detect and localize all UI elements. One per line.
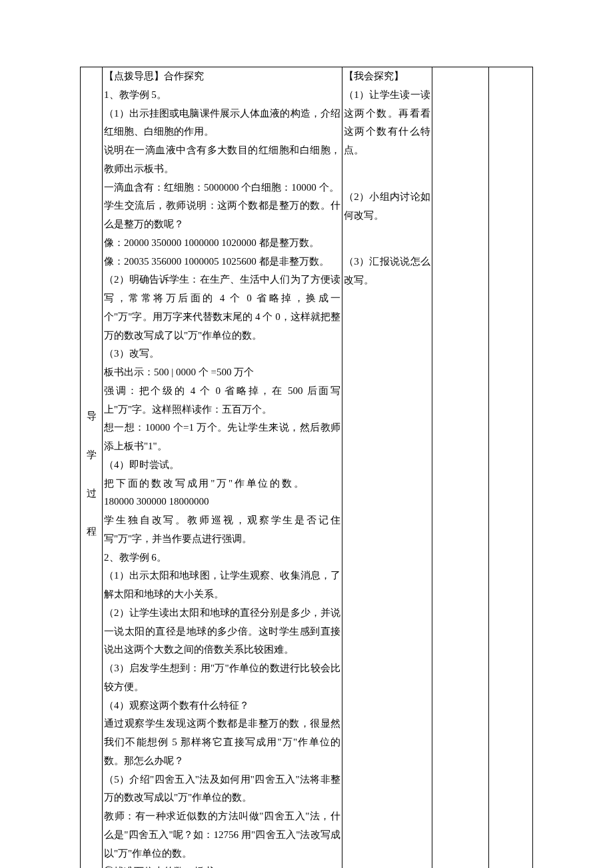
- page: 导 学 过 程 【点拨导思】合作探究 1、教学例 5。 （1）出示挂图或电脑课件…: [0, 0, 613, 868]
- para: （3）改写。: [104, 345, 340, 363]
- main-content: 【点拨导思】合作探究 1、教学例 5。 （1）出示挂图或电脑课件展示人体血液的构…: [103, 67, 342, 869]
- para: ①找准万位上的数。板书：12756: [104, 863, 340, 868]
- para: 像：20035 356000 1000005 1025600 都是非整万数。: [104, 253, 340, 271]
- label-char-1: 导: [82, 407, 101, 426]
- para: （5）介绍"四舍五入"法及如何用"四舍五入"法将非整万的数改写成以"万"作单位的…: [104, 771, 340, 808]
- lesson-table: 导 学 过 程 【点拨导思】合作探究 1、教学例 5。 （1）出示挂图或电脑课件…: [80, 67, 533, 868]
- para: 把下面的数改写成用"万"作单位的数。: [104, 475, 340, 493]
- side-para: （3）汇报说说怎么改写。: [344, 253, 430, 290]
- main-heading: 【点拨导思】合作探究: [104, 67, 340, 86]
- row-label: 导 学 过 程: [81, 67, 103, 869]
- para: 学生独自改写。教师巡视，观察学生是否记住写"万"字，并当作要点进行强调。: [104, 511, 340, 549]
- para: 学生交流后，教师说明：这两个数都是整万的数。什么是整万的数呢？: [104, 197, 340, 234]
- para: 通过观察学生发现这两个数都是非整万的数，很显然我们不能想例 5 那样将它直接写成…: [104, 715, 340, 770]
- empty-column-1: [432, 67, 489, 869]
- spacer: [344, 225, 430, 253]
- example-6-title: 2、教学例 6。: [104, 549, 340, 567]
- para: 想一想：10000 个=1 万个。先让学生来说，然后教师添上板书"1"。: [104, 419, 340, 456]
- para: 板书出示：500 | 0000 个 =500 万个: [104, 363, 340, 382]
- para: 教师：有一种求近似数的方法叫做"四舍五入"法，什么是"四舍五入"呢？如：1275…: [104, 807, 340, 863]
- spacer: [344, 160, 430, 188]
- side-content: 【我会探究】 （1）让学生读一读这两个数。再看看这两个数有什么特点。 （2）小组…: [342, 67, 432, 869]
- side-para: （1）让学生读一读这两个数。再看看这两个数有什么特点。: [344, 86, 430, 160]
- label-char-2: 学: [82, 446, 101, 465]
- para: （4）即时尝试。: [104, 456, 340, 475]
- para: （4）观察这两个数有什么特征？: [104, 697, 340, 715]
- label-char-3: 过: [82, 485, 101, 503]
- para: 180000 300000 18000000: [104, 493, 340, 511]
- example-5-title: 1、教学例 5。: [104, 86, 340, 105]
- para: 像：20000 350000 1000000 1020000 都是整万数。: [104, 234, 340, 253]
- side-para: （2）小组内讨论如何改写。: [344, 188, 430, 225]
- para: （1）出示挂图或电脑课件展示人体血液的构造，介绍红细胞、白细胞的作用。: [104, 105, 340, 142]
- para: 一滴血含有：红细胞：5000000 个白细胞：10000 个。: [104, 179, 340, 197]
- para: （3）启发学生想到：用"万"作单位的数进行比较会比较方便。: [104, 659, 340, 697]
- para: （2）明确告诉学生：在生产、生活中人们为了方便读写，常常将万后面的 4 个 0 …: [104, 271, 340, 345]
- para: （1）出示太阳和地球图，让学生观察、收集消息，了解太阳和地球的大小关系。: [104, 567, 340, 604]
- para: 说明在一滴血液中含有多大数目的红细胞和白细胞，教师出示板书。: [104, 141, 340, 179]
- empty-column-2: [489, 67, 533, 869]
- side-heading: 【我会探究】: [344, 67, 430, 86]
- para: 强调：把个级的 4 个 0 省略掉，在 500 后面写上"万"字。这样照样读作：…: [104, 382, 340, 419]
- para: （2）让学生读出太阳和地球的直径分别是多少，并说一说太阳的直径是地球的多少倍。这…: [104, 604, 340, 659]
- label-char-4: 程: [82, 523, 101, 541]
